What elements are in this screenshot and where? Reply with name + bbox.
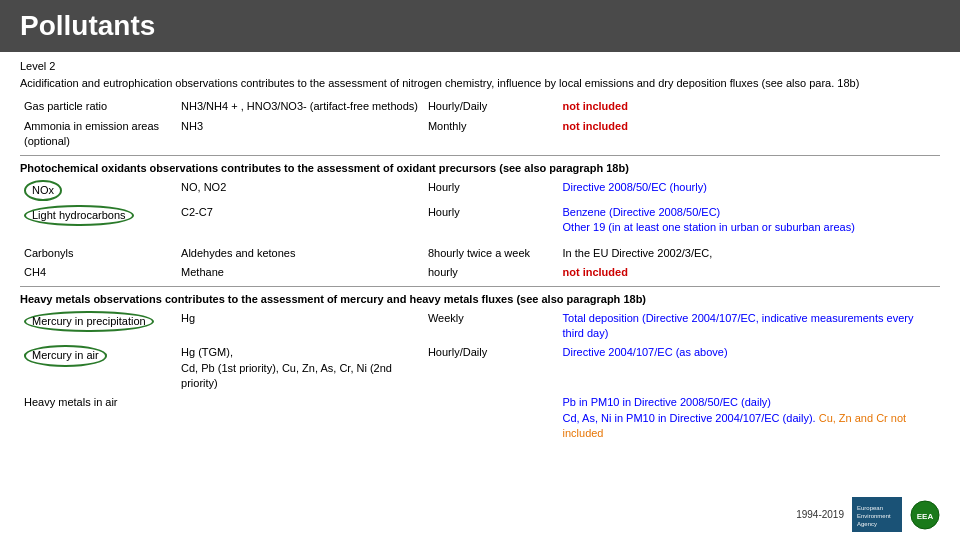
regulation-cell: Pb in PM10 in Directive 2008/50/EC (dail…: [559, 393, 940, 443]
method-cell: Aldehydes and ketones: [177, 244, 424, 263]
method-cell: [177, 393, 424, 443]
method-cell: NO, NO2: [177, 178, 424, 203]
method-cell: C2-C7: [177, 203, 424, 238]
table-row: CH4 Methane hourly not included: [20, 263, 940, 282]
page-title: Pollutants: [20, 10, 940, 42]
frequency-cell: Hourly: [424, 178, 559, 203]
regulation-cell: Benzene (Directive 2008/50/EC)Other 19 (…: [559, 203, 940, 238]
pollutant-cell: Ammonia in emission areas (optional): [20, 117, 177, 152]
frequency-cell: hourly: [424, 263, 559, 282]
regulation-cell: Directive 2008/50/EC (hourly): [559, 178, 940, 203]
frequency-cell: Hourly: [424, 203, 559, 238]
acidification-intro: Acidification and eutrophication observa…: [20, 76, 940, 91]
table-row: Mercury in air Hg (TGM),Cd, Pb (1st prio…: [20, 343, 940, 393]
eea-logo-icon: European Environment Agency: [852, 497, 902, 532]
regulation-cell: In the EU Directive 2002/3/EC,: [559, 244, 940, 263]
frequency-cell: Hourly/Daily: [424, 343, 559, 393]
eea-circle-icon: EEA: [910, 500, 940, 530]
method-cell: NH3/NH4 + , HNO3/NO3- (artifact-free met…: [177, 97, 424, 116]
header: Pollutants: [0, 0, 960, 52]
table-row: Light hydrocarbons C2-C7 Hourly Benzene …: [20, 203, 940, 238]
acidification-table: Gas particle ratio NH3/NH4 + , HNO3/NO3-…: [20, 97, 940, 151]
frequency-cell: Hourly/Daily: [424, 97, 559, 116]
regulation-cell: Directive 2004/107/EC (as above): [559, 343, 940, 393]
table-row: Ammonia in emission areas (optional) NH3…: [20, 117, 940, 152]
table-row: Mercury in precipitation Hg Weekly Total…: [20, 309, 940, 344]
svg-text:EEA: EEA: [917, 512, 934, 521]
frequency-cell: 8hourly twice a week: [424, 244, 559, 263]
method-cell: NH3: [177, 117, 424, 152]
pollutant-cell: Carbonyls: [20, 244, 177, 263]
method-cell: Methane: [177, 263, 424, 282]
pollutant-cell: Heavy metals in air: [20, 393, 177, 443]
regulation-cell: not included: [559, 97, 940, 116]
frequency-cell: Weekly: [424, 309, 559, 344]
pollutant-cell: CH4: [20, 263, 177, 282]
method-cell: Hg: [177, 309, 424, 344]
table-row: Gas particle ratio NH3/NH4 + , HNO3/NO3-…: [20, 97, 940, 116]
footer: 1994-2019 European Environment Agency EE…: [796, 497, 940, 532]
pollutant-cell: Gas particle ratio: [20, 97, 177, 116]
table-row: NOx NO, NO2 Hourly Directive 2008/50/EC …: [20, 178, 940, 203]
heavymetals-table: Mercury in precipitation Hg Weekly Total…: [20, 309, 940, 444]
regulation-cell: not included: [559, 263, 940, 282]
table-row: Carbonyls Aldehydes and ketones 8hourly …: [20, 244, 940, 263]
photochemical-table: NOx NO, NO2 Hourly Directive 2008/50/EC …: [20, 178, 940, 283]
frequency-cell: [424, 393, 559, 443]
pollutant-cell: Mercury in precipitation: [20, 309, 177, 344]
pollutant-cell: Light hydrocarbons: [20, 203, 177, 238]
method-cell: Hg (TGM),Cd, Pb (1st priority), Cu, Zn, …: [177, 343, 424, 393]
pollutant-cell: NOx: [20, 178, 177, 203]
pollutant-cell: Mercury in air: [20, 343, 177, 393]
svg-text:European: European: [857, 505, 883, 511]
table-row: Heavy metals in air Pb in PM10 in Direct…: [20, 393, 940, 443]
regulation-cell: not included: [559, 117, 940, 152]
photochemical-header: Photochemical oxidants observations cont…: [20, 162, 940, 174]
years-badge: 1994-2019: [796, 509, 844, 520]
heavymetals-header: Heavy metals observations contributes to…: [20, 293, 940, 305]
svg-text:Environment: Environment: [857, 513, 891, 519]
svg-text:Agency: Agency: [857, 521, 877, 527]
level-label: Level 2: [20, 60, 940, 72]
frequency-cell: Monthly: [424, 117, 559, 152]
regulation-cell: Total deposition (Directive 2004/107/EC,…: [559, 309, 940, 344]
